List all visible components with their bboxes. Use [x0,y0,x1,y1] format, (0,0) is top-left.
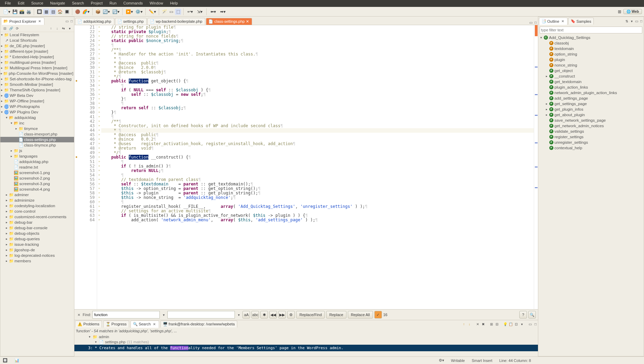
outline-item[interactable]: ▸Fget_settings_page [539,101,643,107]
outline-item[interactable]: Foption_string [539,51,643,57]
outline-item[interactable]: Fregister_settings [539,134,643,140]
home-button[interactable]: 🏠 [57,9,63,15]
next-button[interactable]: ▶▶ [278,311,286,318]
menu-search[interactable]: Search [69,0,87,7]
tree-item[interactable]: ▸📁log-deprecated-notices [0,253,74,258]
tree-item[interactable]: ▸📁php-Console-for-WordPress [master] [0,71,74,76]
tree-item[interactable]: 🖼️screenshot-1.png [0,170,74,175]
bp-b3-icon[interactable]: ⊡ [514,322,519,326]
menu-source[interactable]: Source [28,0,47,7]
sync-down-button[interactable]: 🔄▾ [102,9,111,15]
replace-all-button[interactable]: Replace All [348,311,373,318]
minimize-icon[interactable]: ▭ [64,19,69,23]
tree-item[interactable]: ▸📁members [0,258,74,264]
tree-item[interactable]: ▸📁debug-queries [0,236,74,242]
case-button[interactable]: aA [242,311,250,318]
form-button[interactable]: ▭ [168,9,174,15]
close-find-icon[interactable]: ✕ [76,312,81,317]
find-history-icon[interactable]: ▾ [161,312,166,317]
outline-item[interactable]: Fclassobj [539,40,643,46]
tree-item[interactable]: ▸📁Set-shortcode-for-iPhone-video-tag [0,76,74,82]
bp-expand-icon[interactable]: ⊞ [489,322,494,326]
tree-item[interactable]: ▸📁core-control [0,209,74,214]
tree-item[interactable]: ▸📁tinymce [0,126,74,131]
outline-item[interactable]: Funregister_settings [539,140,643,145]
tree-item[interactable]: ↗Local Shortcuts [0,38,74,43]
tree-item[interactable]: ▾📂addquicktag [0,115,74,120]
menu-help[interactable]: Help [167,0,181,7]
tree-item[interactable]: 🖼️screenshot-2.png [0,175,74,181]
tree-item[interactable]: ▸📁adminimize [0,198,74,203]
tree-item[interactable]: ▸📁ThemeShift-Options [master] [0,87,74,93]
outline-item[interactable]: Fget_network_admin_notices [539,123,643,129]
menu-file[interactable]: File [1,0,14,7]
outline-item[interactable]: Ftextdomain [539,46,643,51]
bottom-tab[interactable]: 🖥️ frank@frank-desktop: /var/www/wpbeta [160,321,237,327]
bp-menu-icon[interactable]: ▾ [519,322,524,326]
tree-item[interactable]: ▸🌀WP Beta Dev [0,93,74,98]
outline-item[interactable]: Fvalidate_settings [539,129,643,134]
tree-item[interactable]: ▸📁WP-Offline [master] [0,98,74,104]
sync-up-button[interactable]: 🔃▾ [111,9,120,15]
outline-max-icon[interactable]: □ [639,19,644,23]
bp-max-icon[interactable]: □ [533,322,538,326]
bp-b2-icon[interactable]: 📋 [508,322,513,326]
replace-input[interactable] [167,311,235,318]
perspective-web[interactable]: 🌐 Web [623,9,642,14]
editor-maximize-icon[interactable]: □ [533,20,538,25]
tree-item[interactable]: ▸📁different-type [master] [0,49,74,54]
outline-tab[interactable]: 📑 Outline ✕ [539,18,568,25]
editor-minimize-icon[interactable]: ▭ [528,20,533,25]
search-results[interactable]: 'function' - 54 matches in 'addquicktag.… [74,328,538,356]
tree-item[interactable]: 📄class-tinymce.php [0,142,74,148]
outline-item[interactable]: ▸Fget_plugin_infos [539,107,643,112]
outline-filter-input[interactable] [540,27,642,33]
tree-item[interactable]: ▸📁* Extended-Help [master] [0,54,74,60]
status-gear-icon[interactable]: ⚙▾ [439,358,444,363]
search-result-item[interactable]: ▾📄settings.php (11 matches) [74,340,538,345]
wand-button[interactable]: 🪄 [161,9,167,15]
outline-item[interactable]: Fcontextual_help [539,145,643,151]
bottom-tab[interactable]: 🔍 Search ✕ [131,321,159,328]
tree-item[interactable]: 📄class-imexport.php [0,131,74,137]
tree-item[interactable]: ▸📁Smooth-Minibar [master] [0,82,74,87]
menu-edit[interactable]: Edit [14,0,28,7]
repl-history-icon[interactable]: ▾ [236,312,241,317]
replace-button[interactable]: Replace [326,311,346,318]
outline-item[interactable]: Fnonce_string [539,62,643,68]
bp-b1-icon[interactable]: 💡 [503,322,508,326]
samples-tab[interactable]: 🔖 Samples [568,18,594,24]
up-icon[interactable]: ↑ [49,26,53,31]
editor-tab[interactable]: 📄 wp-backend-boilerplate.php [147,18,205,25]
tree-item[interactable]: ▾📂inc [0,120,74,126]
tree-item[interactable]: 📄readme.txt [0,164,74,170]
back-button[interactable]: ⬅▾ [209,9,218,15]
bp-min-icon[interactable]: ▭ [528,322,532,326]
tree-item[interactable]: ▾🌀WP Plugins Dev [0,109,74,115]
bp-down-icon[interactable]: ↓ [467,322,472,326]
tree-item[interactable]: ▸📁customized-recent-comments [0,214,74,220]
outline-item[interactable]: Fnetwork_admin_plugin_action_links [539,90,643,95]
tree-item[interactable]: ▸📁Multilingual Press Intern [master] [0,65,74,71]
tree-item[interactable]: ▸📁debug-objects [0,231,74,236]
outline-item[interactable]: Fsave_network_settings_page [539,118,643,123]
outline-item[interactable]: ▸F__construct [539,73,643,79]
regex-button[interactable]: ✱ [260,311,268,318]
bp-collapse-icon[interactable]: ⊟ [495,322,499,326]
save-button[interactable]: 💾 [12,9,18,15]
link-editor-icon[interactable]: 🔗 [9,26,13,31]
code-editor[interactable]: ◆◆ 2122232425262728293031323334353637383… [74,25,538,309]
nav-b1[interactable]: ↩▾ [186,9,195,15]
tree-item[interactable]: ▸📁languages [0,153,74,159]
help-button[interactable]: ? [519,311,527,318]
collapse-all-icon[interactable]: ⊟ [2,26,7,31]
forward-button[interactable]: ➡▾ [218,9,227,15]
prev-button[interactable]: ◀◀ [269,311,277,318]
outline-min-icon[interactable]: ▭ [634,19,639,23]
tree-item[interactable]: ▸📁de_DE.php [master] [0,43,74,49]
close-icon[interactable]: ✕ [560,19,565,24]
bp-remove-icon[interactable]: ✕ [475,322,480,326]
tree-item[interactable]: 📄class-settings.php [0,137,74,142]
save-all-button[interactable]: 🗃️ [19,9,25,15]
tree-item[interactable]: ▸📁debug-bar-console [0,225,74,231]
